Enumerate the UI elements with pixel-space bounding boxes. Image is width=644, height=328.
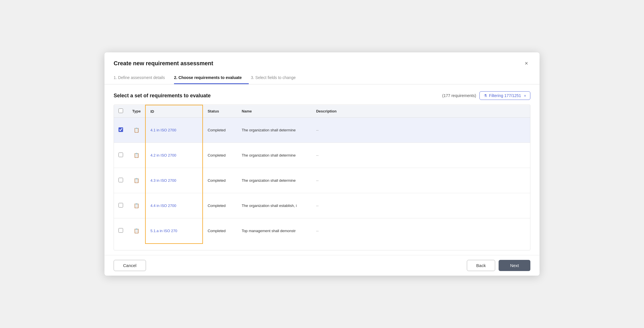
row-id-link[interactable]: 4.3 in ISO 2700 [150,178,176,183]
section-title: Select a set of requirements to evaluate [114,93,211,99]
steps-row: 1. Define assessment details 2. Choose r… [114,73,530,84]
row-type-cell: 📋 [128,218,145,244]
footer-right-buttons: Back Next [467,260,530,271]
requirements-table: Type ID Status Name Description [114,105,530,244]
filter-label: Filtering 177/1251 [489,93,521,98]
row-checkbox[interactable] [118,228,123,233]
modal-title-row: Create new requirement assessment × [114,59,530,67]
row-checkbox-cell[interactable] [114,218,128,244]
row-desc-cell: -- [311,193,530,218]
row-description: -- [316,178,319,183]
row-status: Completed [208,128,226,132]
row-status-cell: Completed [203,168,237,193]
row-description: -- [316,203,319,208]
row-id-link[interactable]: 4.1 in ISO 2700 [150,128,176,132]
row-status: Completed [208,178,226,183]
cancel-button[interactable]: Cancel [114,260,146,271]
row-id-link[interactable]: 5.1.a in ISO 270 [150,229,177,233]
requirements-table-container: Type ID Status Name Description [114,104,530,250]
row-checkbox[interactable] [118,178,123,182]
table-row[interactable]: 📋 4.3 in ISO 2700 Completed The organiza… [114,168,530,193]
col-header-status: Status [203,105,237,118]
col-header-id: ID [145,105,203,118]
row-description: -- [316,128,319,132]
row-desc-cell: -- [311,143,530,168]
section-header: Select a set of requirements to evaluate… [114,91,530,100]
type-icon: 📋 [134,153,139,158]
row-name-cell: The organization shall establish, i [237,193,311,218]
type-icon: 📋 [134,128,139,133]
row-type-cell: 📋 [128,118,145,143]
type-icon: 📋 [134,203,139,208]
filter-close-icon[interactable]: × [524,94,526,98]
row-id-link[interactable]: 4.2 in ISO 2700 [150,153,176,157]
row-id-cell: 4.1 in ISO 2700 [145,118,203,143]
row-type-cell: 📋 [128,168,145,193]
row-name: The organization shall determine [242,128,296,132]
row-desc-cell: -- [311,218,530,244]
row-id-cell: 4.4 in ISO 2700 [145,193,203,218]
col-header-description: Description [311,105,530,118]
select-all-checkbox[interactable] [118,108,123,113]
row-id-cell: 4.3 in ISO 2700 [145,168,203,193]
row-id-cell: 4.2 in ISO 2700 [145,143,203,168]
row-status-cell: Completed [203,118,237,143]
row-name: The organization shall establish, i [242,203,297,208]
row-name-cell: Top management shall demonstr [237,218,311,244]
row-name: The organization shall determine [242,178,296,183]
filter-icon: ⚗ [484,94,487,98]
row-desc-cell: -- [311,118,530,143]
row-status-cell: Completed [203,143,237,168]
type-icon: 📋 [134,228,139,233]
row-name-cell: The organization shall determine [237,118,311,143]
modal-header: Create new requirement assessment × 1. D… [104,52,540,84]
next-button[interactable]: Next [499,260,530,271]
col-header-name: Name [237,105,311,118]
modal-body: Select a set of requirements to evaluate… [104,84,540,250]
row-checkbox[interactable] [118,153,123,157]
row-status-cell: Completed [203,218,237,244]
filter-button[interactable]: ⚗ Filtering 177/1251 × [479,91,530,100]
row-checkbox-cell[interactable] [114,168,128,193]
type-icon: 📋 [134,178,139,183]
modal-container: Create new requirement assessment × 1. D… [104,52,540,276]
back-button[interactable]: Back [467,260,495,271]
row-name-cell: The organization shall determine [237,168,311,193]
row-id-cell: 5.1.a in ISO 270 [145,218,203,244]
modal-footer: Cancel Back Next [104,255,540,276]
table-header-row: Type ID Status Name Description [114,105,530,118]
row-desc-cell: -- [311,168,530,193]
close-button[interactable]: × [522,59,530,67]
col-header-type: Type [128,105,145,118]
step-1[interactable]: 1. Define assessment details [114,73,172,84]
row-checkbox-cell[interactable] [114,143,128,168]
row-checkbox[interactable] [118,127,123,132]
step-3[interactable]: 3. Select fields to change [251,73,303,84]
table-row[interactable]: 📋 4.1 in ISO 2700 Completed The organiza… [114,118,530,143]
col-header-check [114,105,128,118]
row-description: -- [316,229,319,233]
row-status: Completed [208,153,226,157]
row-status-cell: Completed [203,193,237,218]
row-status: Completed [208,229,226,233]
row-type-cell: 📋 [128,143,145,168]
row-name: The organization shall determine [242,153,296,157]
row-status: Completed [208,203,226,208]
row-type-cell: 📋 [128,193,145,218]
row-name-cell: The organization shall determine [237,143,311,168]
table-row[interactable]: 📋 5.1.a in ISO 270 Completed Top managem… [114,218,530,244]
row-checkbox-cell[interactable] [114,118,128,143]
row-id-link[interactable]: 4.4 in ISO 2700 [150,203,176,208]
req-count: (177 requirements) [442,93,476,98]
modal-title: Create new requirement assessment [114,60,213,67]
section-meta: (177 requirements) ⚗ Filtering 177/1251 … [442,91,530,100]
row-description: -- [316,153,319,157]
table-row[interactable]: 📋 4.2 in ISO 2700 Completed The organiza… [114,143,530,168]
row-name: Top management shall demonstr [242,229,296,233]
step-2[interactable]: 2. Choose requirements to evaluate [174,73,249,84]
row-checkbox[interactable] [118,203,123,208]
table-row[interactable]: 📋 4.4 in ISO 2700 Completed The organiza… [114,193,530,218]
row-checkbox-cell[interactable] [114,193,128,218]
